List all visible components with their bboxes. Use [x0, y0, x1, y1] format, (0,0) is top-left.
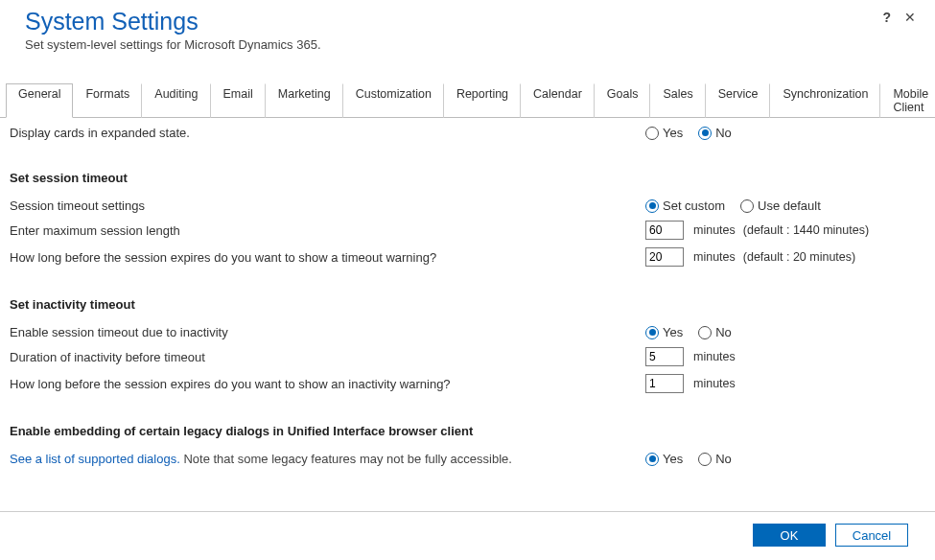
radio-session-set-custom[interactable]: Set custom: [645, 198, 725, 213]
unit-minutes: minutes: [693, 350, 736, 363]
label-max-session-length: Enter maximum session length: [10, 223, 645, 238]
radio-display-cards-no[interactable]: No: [698, 126, 732, 140]
dialog-subtitle: Set system-level settings for Microsoft …: [25, 37, 910, 52]
tab-email[interactable]: Email: [211, 83, 266, 118]
radio-inactivity-no[interactable]: No: [698, 325, 732, 339]
tab-general[interactable]: General: [6, 83, 73, 118]
radio-label: Yes: [663, 325, 683, 339]
input-inactivity-warning[interactable]: [645, 374, 684, 393]
tab-goals[interactable]: Goals: [595, 83, 651, 118]
tab-calendar[interactable]: Calendar: [521, 83, 595, 118]
radio-display-cards-yes[interactable]: Yes: [645, 126, 683, 140]
unit-minutes: minutes: [693, 250, 736, 264]
radio-label: No: [715, 126, 732, 140]
system-settings-dialog: System Settings Set system-level setting…: [0, 0, 935, 560]
legacy-dialogs-note-text: Note that some legacy features may not b…: [183, 452, 512, 466]
radio-label: No: [715, 452, 732, 466]
label-inactivity-warning: How long before the session expires do y…: [10, 377, 645, 391]
label-session-warning: How long before the session expires do y…: [10, 250, 645, 265]
radio-inactivity-yes[interactable]: Yes: [645, 325, 683, 339]
tab-marketing[interactable]: Marketing: [266, 83, 343, 118]
tab-formats[interactable]: Formats: [73, 83, 142, 118]
legacy-dialogs-note: See a list of supported dialogs. Note th…: [10, 452, 645, 466]
label-session-timeout-settings: Session timeout settings: [10, 198, 645, 213]
input-session-warning[interactable]: [645, 247, 684, 267]
tab-customization[interactable]: Customization: [343, 83, 444, 118]
link-supported-dialogs[interactable]: See a list of supported dialogs.: [10, 452, 180, 466]
radio-legacy-no[interactable]: No: [698, 452, 732, 466]
input-max-session-length[interactable]: [645, 221, 684, 240]
dialog-title: System Settings: [25, 8, 910, 35]
unit-minutes: minutes: [693, 223, 736, 237]
radio-label: No: [715, 325, 732, 339]
label-enable-inactivity-timeout: Enable session timeout due to inactivity: [10, 325, 645, 339]
radio-label: Yes: [663, 126, 683, 140]
header-actions: ? ✕: [882, 10, 916, 25]
close-icon[interactable]: ✕: [904, 10, 916, 25]
section-inactivity-timeout: Set inactivity timeout: [6, 297, 929, 312]
tab-reporting[interactable]: Reporting: [444, 83, 521, 118]
tab-service[interactable]: Service: [706, 83, 771, 118]
tab-synchronization[interactable]: Synchronization: [770, 83, 880, 118]
ok-button[interactable]: OK: [753, 524, 826, 547]
cancel-button[interactable]: Cancel: [835, 524, 908, 547]
radio-legacy-yes[interactable]: Yes: [645, 452, 683, 466]
dialog-header: System Settings Set system-level setting…: [0, 0, 935, 61]
radio-label: Yes: [663, 452, 683, 466]
content-pane: Set the default card state for Interacti…: [0, 118, 935, 488]
input-inactivity-duration[interactable]: [645, 347, 684, 366]
section-session-timeout: Set session timeout: [6, 171, 929, 185]
radio-label: Set custom: [663, 198, 725, 213]
hint-default-20: (default : 20 minutes): [743, 250, 855, 264]
tabs: General Formats Auditing Email Marketing…: [0, 82, 935, 118]
tab-sales[interactable]: Sales: [650, 83, 705, 118]
tab-mobile-client[interactable]: Mobile Client: [880, 83, 935, 118]
unit-minutes: minutes: [693, 377, 736, 390]
dialog-footer: OK Cancel: [0, 512, 935, 560]
tab-auditing[interactable]: Auditing: [142, 83, 210, 118]
label-inactivity-duration: Duration of inactivity before timeout: [10, 350, 645, 364]
label-display-cards-expanded: Display cards in expanded state.: [10, 126, 645, 140]
radio-session-use-default[interactable]: Use default: [740, 198, 821, 213]
radio-label: Use default: [758, 198, 821, 213]
help-icon[interactable]: ?: [882, 10, 891, 25]
hint-default-1440: (default : 1440 minutes): [743, 223, 869, 237]
section-legacy-dialogs: Enable embedding of certain legacy dialo…: [6, 424, 929, 438]
